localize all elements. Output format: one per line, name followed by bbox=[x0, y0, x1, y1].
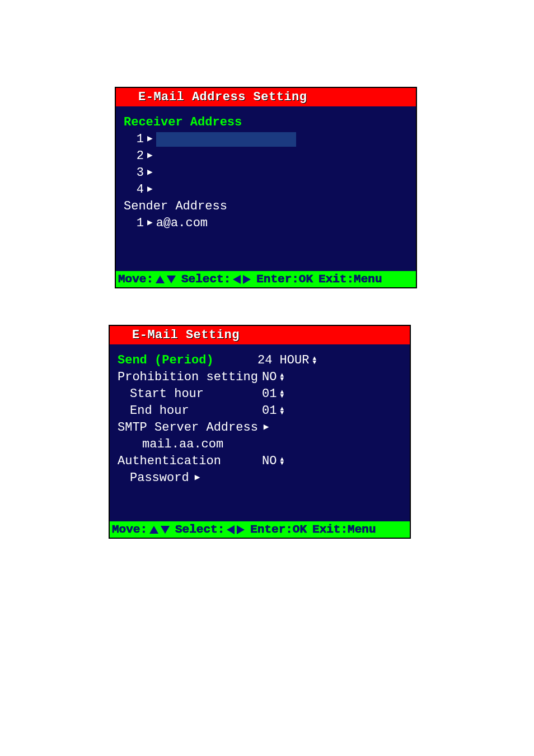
smtp-label: SMTP Server Address bbox=[118, 419, 258, 436]
down-arrow-icon bbox=[161, 526, 170, 534]
end-hour-label: End hour bbox=[118, 403, 262, 419]
panel-body: Receiver Address 1 2 3 4 Sender Address … bbox=[116, 106, 416, 231]
hint-exit: Exit:Menu bbox=[315, 273, 382, 286]
send-period-label: Send (Period) bbox=[118, 352, 257, 369]
receiver-row-2[interactable]: 2 bbox=[124, 148, 411, 165]
spinner-icon[interactable] bbox=[277, 390, 284, 398]
panel-body: Send (Period) 24 HOUR Prohibition settin… bbox=[110, 344, 410, 487]
hint-move: Move: bbox=[118, 273, 153, 286]
email-setting-panel: E-Mail Setting Send (Period) 24 HOUR Pro… bbox=[109, 325, 411, 539]
start-hour-label: Start hour bbox=[118, 386, 262, 403]
left-arrow-icon bbox=[233, 275, 241, 284]
auth-label: Authentication bbox=[118, 453, 262, 470]
password-row[interactable]: Password bbox=[118, 470, 405, 487]
spinner-icon[interactable] bbox=[277, 458, 284, 465]
hint-enter: Enter:OK bbox=[247, 523, 307, 536]
auth-row[interactable]: Authentication NO bbox=[118, 453, 405, 470]
prohibition-label: Prohibition setting bbox=[118, 369, 262, 386]
panel-title: E-Mail Setting bbox=[110, 326, 410, 344]
prohibition-row[interactable]: Prohibition setting NO bbox=[118, 369, 405, 386]
receiver-4-value[interactable] bbox=[156, 183, 296, 197]
row-number: 3 bbox=[124, 165, 144, 181]
pointer-icon bbox=[144, 217, 156, 230]
send-period-row[interactable]: Send (Period) 24 HOUR bbox=[118, 352, 405, 369]
up-arrow-icon bbox=[156, 276, 165, 283]
auth-value[interactable]: NO bbox=[262, 453, 277, 470]
pointer-icon bbox=[258, 422, 273, 434]
row-number: 4 bbox=[124, 181, 144, 198]
receiver-row-4[interactable]: 4 bbox=[124, 181, 411, 198]
pointer-icon bbox=[144, 167, 156, 179]
start-hour-value[interactable]: 01 bbox=[262, 386, 277, 403]
end-hour-value[interactable]: 01 bbox=[262, 403, 277, 419]
prohibition-value[interactable]: NO bbox=[262, 369, 277, 386]
receiver-address-label: Receiver Address bbox=[124, 114, 411, 131]
start-hour-row[interactable]: Start hour 01 bbox=[118, 386, 405, 403]
sender-row-1[interactable]: 1 a@a.com bbox=[124, 214, 411, 231]
pointer-icon bbox=[189, 472, 204, 484]
hint-select: Select: bbox=[178, 273, 231, 286]
left-arrow-icon bbox=[227, 525, 235, 534]
row-number: 1 bbox=[124, 215, 144, 232]
hint-select: Select: bbox=[172, 523, 224, 536]
hint-exit: Exit:Menu bbox=[309, 523, 376, 536]
smtp-row[interactable]: SMTP Server Address bbox=[118, 419, 405, 436]
spinner-icon[interactable] bbox=[277, 374, 284, 381]
hint-bar: Move: Select: Enter:OK Exit:Menu bbox=[110, 521, 410, 538]
hint-enter: Enter:OK bbox=[253, 273, 313, 286]
receiver-1-value[interactable] bbox=[156, 132, 296, 147]
up-arrow-icon bbox=[149, 526, 158, 534]
smtp-value: mail.aa.com bbox=[118, 436, 223, 453]
receiver-2-value[interactable] bbox=[156, 149, 296, 164]
spinner-icon[interactable] bbox=[277, 407, 284, 415]
receiver-row-1[interactable]: 1 bbox=[124, 131, 411, 148]
down-arrow-icon bbox=[167, 276, 176, 283]
spinner-icon[interactable] bbox=[309, 357, 316, 365]
sender-address-label: Sender Address bbox=[124, 198, 411, 215]
row-number: 1 bbox=[124, 131, 144, 148]
hint-bar: Move: Select: Enter:OK Exit:Menu bbox=[116, 271, 416, 287]
sender-1-value[interactable]: a@a.com bbox=[156, 215, 208, 232]
panel-title: E-Mail Address Setting bbox=[116, 88, 416, 106]
right-arrow-icon bbox=[237, 525, 245, 534]
send-period-value[interactable]: 24 HOUR bbox=[257, 352, 309, 369]
smtp-value-row: mail.aa.com bbox=[118, 436, 405, 453]
right-arrow-icon bbox=[243, 275, 251, 284]
receiver-row-3[interactable]: 3 bbox=[124, 165, 411, 181]
pointer-icon bbox=[144, 184, 156, 196]
password-label: Password bbox=[118, 470, 189, 487]
receiver-3-value[interactable] bbox=[156, 166, 296, 180]
pointer-icon bbox=[144, 150, 156, 162]
row-number: 2 bbox=[124, 148, 144, 165]
hint-move: Move: bbox=[112, 523, 147, 536]
email-address-setting-panel: E-Mail Address Setting Receiver Address … bbox=[115, 87, 417, 288]
end-hour-row[interactable]: End hour 01 bbox=[118, 403, 405, 419]
pointer-icon bbox=[144, 133, 156, 146]
